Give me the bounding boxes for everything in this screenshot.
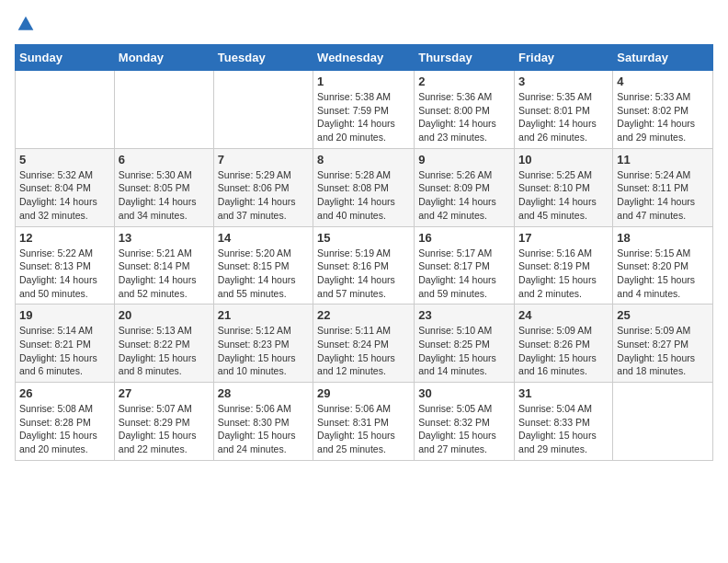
header <box>15 15 713 33</box>
day-detail: Sunrise: 5:15 AM Sunset: 8:20 PM Dayligh… <box>617 247 709 301</box>
day-detail: Sunrise: 5:07 AM Sunset: 8:29 PM Dayligh… <box>119 402 210 456</box>
day-number: 3 <box>518 75 609 88</box>
week-row: 12Sunrise: 5:22 AM Sunset: 8:13 PM Dayli… <box>16 226 713 304</box>
calendar-cell: 6Sunrise: 5:30 AM Sunset: 8:05 PM Daylig… <box>114 148 213 226</box>
calendar-cell: 30Sunrise: 5:05 AM Sunset: 8:32 PM Dayli… <box>415 383 515 461</box>
calendar-cell: 12Sunrise: 5:22 AM Sunset: 8:13 PM Dayli… <box>16 226 115 304</box>
day-number: 17 <box>518 231 609 245</box>
day-header-wednesday: Wednesday <box>313 45 415 71</box>
day-number: 9 <box>418 153 510 167</box>
week-row: 19Sunrise: 5:14 AM Sunset: 8:21 PM Dayli… <box>16 304 713 383</box>
day-number: 30 <box>418 386 510 400</box>
logo-icon <box>17 15 35 33</box>
day-number: 8 <box>317 153 410 167</box>
day-number: 25 <box>617 308 709 322</box>
calendar-cell: 20Sunrise: 5:13 AM Sunset: 8:22 PM Dayli… <box>114 304 213 383</box>
day-detail: Sunrise: 5:14 AM Sunset: 8:21 PM Dayligh… <box>19 324 110 378</box>
day-number: 12 <box>19 231 110 245</box>
day-number: 1 <box>317 75 410 88</box>
day-detail: Sunrise: 5:09 AM Sunset: 8:27 PM Dayligh… <box>617 324 709 378</box>
day-detail: Sunrise: 5:29 AM Sunset: 8:06 PM Dayligh… <box>218 168 309 223</box>
day-number: 14 <box>218 231 309 245</box>
calendar-cell: 17Sunrise: 5:16 AM Sunset: 8:19 PM Dayli… <box>515 226 613 304</box>
day-detail: Sunrise: 5:17 AM Sunset: 8:17 PM Dayligh… <box>418 247 510 301</box>
day-number: 19 <box>19 308 110 322</box>
day-number: 5 <box>19 153 110 167</box>
day-detail: Sunrise: 5:11 AM Sunset: 8:24 PM Dayligh… <box>317 324 410 378</box>
calendar-cell: 8Sunrise: 5:28 AM Sunset: 8:08 PM Daylig… <box>313 148 415 226</box>
day-detail: Sunrise: 5:12 AM Sunset: 8:23 PM Dayligh… <box>218 324 309 378</box>
day-detail: Sunrise: 5:10 AM Sunset: 8:25 PM Dayligh… <box>418 324 510 378</box>
calendar-cell: 5Sunrise: 5:32 AM Sunset: 8:04 PM Daylig… <box>16 148 115 226</box>
day-detail: Sunrise: 5:06 AM Sunset: 8:30 PM Dayligh… <box>218 402 309 456</box>
day-detail: Sunrise: 5:33 AM Sunset: 8:02 PM Dayligh… <box>617 90 709 144</box>
week-row: 26Sunrise: 5:08 AM Sunset: 8:28 PM Dayli… <box>16 383 713 461</box>
calendar-cell: 15Sunrise: 5:19 AM Sunset: 8:16 PM Dayli… <box>313 226 415 304</box>
calendar-cell: 19Sunrise: 5:14 AM Sunset: 8:21 PM Dayli… <box>16 304 115 383</box>
day-detail: Sunrise: 5:08 AM Sunset: 8:28 PM Dayligh… <box>19 402 110 456</box>
calendar-cell <box>213 71 313 149</box>
calendar-cell: 25Sunrise: 5:09 AM Sunset: 8:27 PM Dayli… <box>613 304 713 383</box>
day-number: 29 <box>317 386 410 400</box>
calendar-cell: 4Sunrise: 5:33 AM Sunset: 8:02 PM Daylig… <box>613 71 713 149</box>
svg-marker-0 <box>18 17 34 30</box>
day-header-thursday: Thursday <box>415 45 515 71</box>
day-number: 28 <box>218 386 309 400</box>
calendar-table: SundayMondayTuesdayWednesdayThursdayFrid… <box>15 44 713 461</box>
week-row: 1Sunrise: 5:38 AM Sunset: 7:59 PM Daylig… <box>16 71 713 149</box>
day-number: 31 <box>518 386 609 400</box>
day-number: 27 <box>119 386 210 400</box>
day-detail: Sunrise: 5:28 AM Sunset: 8:08 PM Dayligh… <box>317 168 410 223</box>
day-header-friday: Friday <box>515 45 613 71</box>
day-detail: Sunrise: 5:36 AM Sunset: 8:00 PM Dayligh… <box>418 90 510 144</box>
day-header-saturday: Saturday <box>613 45 713 71</box>
calendar-cell: 3Sunrise: 5:35 AM Sunset: 8:01 PM Daylig… <box>515 71 613 149</box>
calendar-cell: 16Sunrise: 5:17 AM Sunset: 8:17 PM Dayli… <box>415 226 515 304</box>
calendar-cell: 23Sunrise: 5:10 AM Sunset: 8:25 PM Dayli… <box>415 304 515 383</box>
day-detail: Sunrise: 5:19 AM Sunset: 8:16 PM Dayligh… <box>317 247 410 301</box>
day-number: 6 <box>119 153 210 167</box>
calendar-cell <box>114 71 213 149</box>
day-number: 16 <box>418 231 510 245</box>
day-header-sunday: Sunday <box>16 45 115 71</box>
calendar-cell: 21Sunrise: 5:12 AM Sunset: 8:23 PM Dayli… <box>213 304 313 383</box>
day-detail: Sunrise: 5:25 AM Sunset: 8:10 PM Dayligh… <box>518 168 609 223</box>
calendar-cell: 10Sunrise: 5:25 AM Sunset: 8:10 PM Dayli… <box>515 148 613 226</box>
calendar-cell: 26Sunrise: 5:08 AM Sunset: 8:28 PM Dayli… <box>16 383 115 461</box>
day-number: 22 <box>317 308 410 322</box>
day-detail: Sunrise: 5:16 AM Sunset: 8:19 PM Dayligh… <box>518 247 609 301</box>
day-number: 26 <box>19 386 110 400</box>
calendar-cell: 29Sunrise: 5:06 AM Sunset: 8:31 PM Dayli… <box>313 383 415 461</box>
calendar-cell: 18Sunrise: 5:15 AM Sunset: 8:20 PM Dayli… <box>613 226 713 304</box>
day-detail: Sunrise: 5:35 AM Sunset: 8:01 PM Dayligh… <box>518 90 609 144</box>
day-detail: Sunrise: 5:04 AM Sunset: 8:33 PM Dayligh… <box>518 402 609 456</box>
calendar-cell <box>16 71 115 149</box>
day-detail: Sunrise: 5:26 AM Sunset: 8:09 PM Dayligh… <box>418 168 510 223</box>
calendar-cell: 28Sunrise: 5:06 AM Sunset: 8:30 PM Dayli… <box>213 383 313 461</box>
day-number: 10 <box>518 153 609 167</box>
day-detail: Sunrise: 5:13 AM Sunset: 8:22 PM Dayligh… <box>119 324 210 378</box>
day-detail: Sunrise: 5:06 AM Sunset: 8:31 PM Dayligh… <box>317 402 410 456</box>
day-detail: Sunrise: 5:09 AM Sunset: 8:26 PM Dayligh… <box>518 324 609 378</box>
day-detail: Sunrise: 5:38 AM Sunset: 7:59 PM Dayligh… <box>317 90 410 144</box>
day-number: 23 <box>418 308 510 322</box>
calendar-cell: 24Sunrise: 5:09 AM Sunset: 8:26 PM Dayli… <box>515 304 613 383</box>
day-number: 18 <box>617 231 709 245</box>
calendar-cell: 14Sunrise: 5:20 AM Sunset: 8:15 PM Dayli… <box>213 226 313 304</box>
day-header-tuesday: Tuesday <box>213 45 313 71</box>
calendar-cell: 27Sunrise: 5:07 AM Sunset: 8:29 PM Dayli… <box>114 383 213 461</box>
calendar-cell: 22Sunrise: 5:11 AM Sunset: 8:24 PM Dayli… <box>313 304 415 383</box>
day-detail: Sunrise: 5:22 AM Sunset: 8:13 PM Dayligh… <box>19 247 110 301</box>
day-number: 4 <box>617 75 709 88</box>
day-number: 7 <box>218 153 309 167</box>
calendar-cell <box>613 383 713 461</box>
day-number: 13 <box>119 231 210 245</box>
calendar-cell: 1Sunrise: 5:38 AM Sunset: 7:59 PM Daylig… <box>313 71 415 149</box>
calendar-cell: 13Sunrise: 5:21 AM Sunset: 8:14 PM Dayli… <box>114 226 213 304</box>
day-detail: Sunrise: 5:24 AM Sunset: 8:11 PM Dayligh… <box>617 168 709 223</box>
day-detail: Sunrise: 5:21 AM Sunset: 8:14 PM Dayligh… <box>119 247 210 301</box>
day-number: 2 <box>418 75 510 88</box>
logo <box>15 15 35 33</box>
day-detail: Sunrise: 5:30 AM Sunset: 8:05 PM Dayligh… <box>119 168 210 223</box>
day-number: 21 <box>218 308 309 322</box>
